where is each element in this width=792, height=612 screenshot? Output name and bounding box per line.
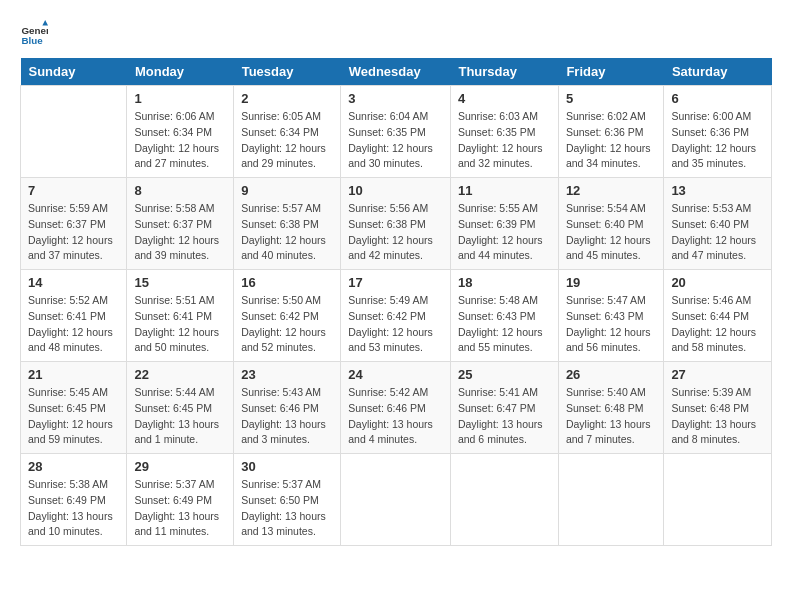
calendar-week-row: 21 Sunrise: 5:45 AM Sunset: 6:45 PM Dayl… (21, 362, 772, 454)
calendar-cell: 16 Sunrise: 5:50 AM Sunset: 6:42 PM Dayl… (234, 270, 341, 362)
calendar-cell: 19 Sunrise: 5:47 AM Sunset: 6:43 PM Dayl… (558, 270, 664, 362)
weekday-header: Tuesday (234, 58, 341, 86)
day-info: Sunrise: 5:37 AM Sunset: 6:49 PM Dayligh… (134, 477, 226, 540)
day-number: 19 (566, 275, 657, 290)
calendar-cell: 29 Sunrise: 5:37 AM Sunset: 6:49 PM Dayl… (127, 454, 234, 546)
day-info: Sunrise: 6:03 AM Sunset: 6:35 PM Dayligh… (458, 109, 551, 172)
day-info: Sunrise: 5:47 AM Sunset: 6:43 PM Dayligh… (566, 293, 657, 356)
day-number: 29 (134, 459, 226, 474)
calendar-cell: 5 Sunrise: 6:02 AM Sunset: 6:36 PM Dayli… (558, 86, 664, 178)
day-info: Sunrise: 5:40 AM Sunset: 6:48 PM Dayligh… (566, 385, 657, 448)
day-number: 17 (348, 275, 443, 290)
day-number: 13 (671, 183, 764, 198)
calendar-cell (558, 454, 664, 546)
day-info: Sunrise: 5:49 AM Sunset: 6:42 PM Dayligh… (348, 293, 443, 356)
calendar-cell (450, 454, 558, 546)
day-info: Sunrise: 6:02 AM Sunset: 6:36 PM Dayligh… (566, 109, 657, 172)
day-info: Sunrise: 6:05 AM Sunset: 6:34 PM Dayligh… (241, 109, 333, 172)
calendar-cell: 1 Sunrise: 6:06 AM Sunset: 6:34 PM Dayli… (127, 86, 234, 178)
weekday-header: Friday (558, 58, 664, 86)
calendar-week-row: 7 Sunrise: 5:59 AM Sunset: 6:37 PM Dayli… (21, 178, 772, 270)
calendar-week-row: 28 Sunrise: 5:38 AM Sunset: 6:49 PM Dayl… (21, 454, 772, 546)
calendar-cell: 20 Sunrise: 5:46 AM Sunset: 6:44 PM Dayl… (664, 270, 772, 362)
day-info: Sunrise: 5:42 AM Sunset: 6:46 PM Dayligh… (348, 385, 443, 448)
day-number: 14 (28, 275, 119, 290)
calendar-week-row: 1 Sunrise: 6:06 AM Sunset: 6:34 PM Dayli… (21, 86, 772, 178)
calendar-cell: 10 Sunrise: 5:56 AM Sunset: 6:38 PM Dayl… (341, 178, 451, 270)
weekday-header: Thursday (450, 58, 558, 86)
calendar-cell: 2 Sunrise: 6:05 AM Sunset: 6:34 PM Dayli… (234, 86, 341, 178)
calendar-cell: 30 Sunrise: 5:37 AM Sunset: 6:50 PM Dayl… (234, 454, 341, 546)
day-number: 30 (241, 459, 333, 474)
calendar-cell: 4 Sunrise: 6:03 AM Sunset: 6:35 PM Dayli… (450, 86, 558, 178)
day-info: Sunrise: 5:59 AM Sunset: 6:37 PM Dayligh… (28, 201, 119, 264)
day-number: 23 (241, 367, 333, 382)
calendar-cell: 6 Sunrise: 6:00 AM Sunset: 6:36 PM Dayli… (664, 86, 772, 178)
day-info: Sunrise: 5:54 AM Sunset: 6:40 PM Dayligh… (566, 201, 657, 264)
day-number: 28 (28, 459, 119, 474)
day-number: 3 (348, 91, 443, 106)
day-number: 16 (241, 275, 333, 290)
calendar-body: 1 Sunrise: 6:06 AM Sunset: 6:34 PM Dayli… (21, 86, 772, 546)
logo: General Blue (20, 20, 52, 48)
calendar-cell: 25 Sunrise: 5:41 AM Sunset: 6:47 PM Dayl… (450, 362, 558, 454)
calendar-cell: 9 Sunrise: 5:57 AM Sunset: 6:38 PM Dayli… (234, 178, 341, 270)
day-number: 22 (134, 367, 226, 382)
day-info: Sunrise: 5:57 AM Sunset: 6:38 PM Dayligh… (241, 201, 333, 264)
day-number: 27 (671, 367, 764, 382)
day-info: Sunrise: 5:46 AM Sunset: 6:44 PM Dayligh… (671, 293, 764, 356)
day-number: 4 (458, 91, 551, 106)
day-info: Sunrise: 5:56 AM Sunset: 6:38 PM Dayligh… (348, 201, 443, 264)
day-number: 24 (348, 367, 443, 382)
calendar-cell: 13 Sunrise: 5:53 AM Sunset: 6:40 PM Dayl… (664, 178, 772, 270)
calendar-cell: 26 Sunrise: 5:40 AM Sunset: 6:48 PM Dayl… (558, 362, 664, 454)
day-info: Sunrise: 5:38 AM Sunset: 6:49 PM Dayligh… (28, 477, 119, 540)
day-info: Sunrise: 5:52 AM Sunset: 6:41 PM Dayligh… (28, 293, 119, 356)
calendar-week-row: 14 Sunrise: 5:52 AM Sunset: 6:41 PM Dayl… (21, 270, 772, 362)
calendar-cell: 15 Sunrise: 5:51 AM Sunset: 6:41 PM Dayl… (127, 270, 234, 362)
day-number: 20 (671, 275, 764, 290)
calendar-header-row: SundayMondayTuesdayWednesdayThursdayFrid… (21, 58, 772, 86)
calendar-cell: 17 Sunrise: 5:49 AM Sunset: 6:42 PM Dayl… (341, 270, 451, 362)
calendar-cell (664, 454, 772, 546)
day-info: Sunrise: 6:04 AM Sunset: 6:35 PM Dayligh… (348, 109, 443, 172)
day-info: Sunrise: 5:48 AM Sunset: 6:43 PM Dayligh… (458, 293, 551, 356)
day-info: Sunrise: 5:58 AM Sunset: 6:37 PM Dayligh… (134, 201, 226, 264)
calendar-cell: 21 Sunrise: 5:45 AM Sunset: 6:45 PM Dayl… (21, 362, 127, 454)
day-info: Sunrise: 5:37 AM Sunset: 6:50 PM Dayligh… (241, 477, 333, 540)
day-number: 26 (566, 367, 657, 382)
calendar-cell: 7 Sunrise: 5:59 AM Sunset: 6:37 PM Dayli… (21, 178, 127, 270)
page-header: General Blue (20, 20, 772, 48)
weekday-header: Monday (127, 58, 234, 86)
day-number: 21 (28, 367, 119, 382)
day-info: Sunrise: 6:06 AM Sunset: 6:34 PM Dayligh… (134, 109, 226, 172)
calendar-table: SundayMondayTuesdayWednesdayThursdayFrid… (20, 58, 772, 546)
logo-icon: General Blue (20, 20, 48, 48)
day-number: 5 (566, 91, 657, 106)
day-info: Sunrise: 5:55 AM Sunset: 6:39 PM Dayligh… (458, 201, 551, 264)
day-info: Sunrise: 5:41 AM Sunset: 6:47 PM Dayligh… (458, 385, 551, 448)
svg-text:Blue: Blue (21, 35, 43, 46)
day-info: Sunrise: 5:39 AM Sunset: 6:48 PM Dayligh… (671, 385, 764, 448)
day-number: 8 (134, 183, 226, 198)
calendar-cell: 14 Sunrise: 5:52 AM Sunset: 6:41 PM Dayl… (21, 270, 127, 362)
day-info: Sunrise: 5:50 AM Sunset: 6:42 PM Dayligh… (241, 293, 333, 356)
weekday-header: Sunday (21, 58, 127, 86)
calendar-cell: 11 Sunrise: 5:55 AM Sunset: 6:39 PM Dayl… (450, 178, 558, 270)
calendar-cell: 8 Sunrise: 5:58 AM Sunset: 6:37 PM Dayli… (127, 178, 234, 270)
calendar-cell (21, 86, 127, 178)
day-info: Sunrise: 5:53 AM Sunset: 6:40 PM Dayligh… (671, 201, 764, 264)
calendar-cell: 27 Sunrise: 5:39 AM Sunset: 6:48 PM Dayl… (664, 362, 772, 454)
day-number: 25 (458, 367, 551, 382)
day-info: Sunrise: 6:00 AM Sunset: 6:36 PM Dayligh… (671, 109, 764, 172)
day-info: Sunrise: 5:44 AM Sunset: 6:45 PM Dayligh… (134, 385, 226, 448)
day-number: 7 (28, 183, 119, 198)
day-number: 1 (134, 91, 226, 106)
day-info: Sunrise: 5:51 AM Sunset: 6:41 PM Dayligh… (134, 293, 226, 356)
day-number: 6 (671, 91, 764, 106)
calendar-cell: 24 Sunrise: 5:42 AM Sunset: 6:46 PM Dayl… (341, 362, 451, 454)
svg-marker-2 (42, 20, 48, 26)
day-number: 9 (241, 183, 333, 198)
day-number: 11 (458, 183, 551, 198)
calendar-cell: 18 Sunrise: 5:48 AM Sunset: 6:43 PM Dayl… (450, 270, 558, 362)
